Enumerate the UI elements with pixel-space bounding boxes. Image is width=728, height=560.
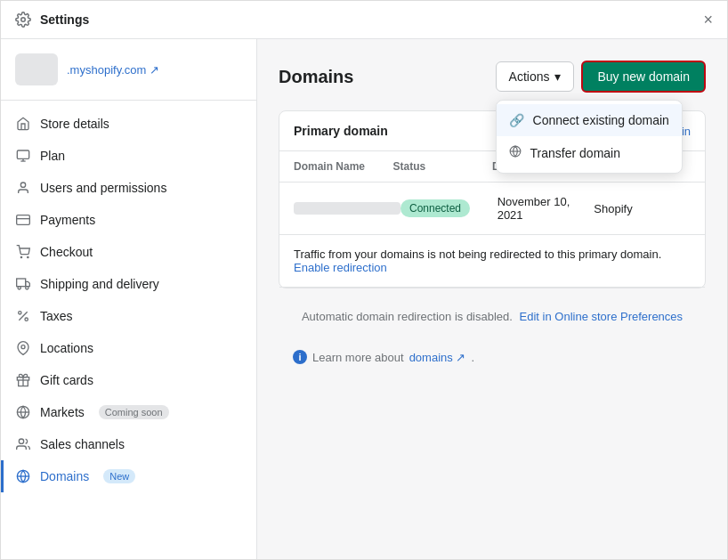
svg-point-8	[28, 256, 28, 257]
sidebar: .myshopify.com ↗ Store details Plan	[1, 39, 257, 559]
store-avatar	[15, 53, 58, 85]
titlebar: Settings ×	[1, 1, 727, 39]
transfer-domain-label: Transfer domain	[530, 146, 620, 160]
sidebar-item-users-permissions[interactable]: Users and permissions	[1, 172, 256, 204]
taxes-icon	[15, 308, 31, 324]
store-url[interactable]: .myshopify.com ↗	[67, 63, 159, 77]
auto-redirect-text: Automatic domain redirection is disabled…	[302, 310, 513, 323]
titlebar-title: Settings	[40, 12, 703, 27]
sidebar-item-markets-label: Markets	[40, 405, 85, 419]
transfer-domain-item[interactable]: Transfer domain	[497, 136, 682, 169]
svg-point-11	[18, 287, 20, 289]
redirect-notice-text: Traffic from your domains is not being r…	[294, 248, 661, 261]
svg-point-12	[26, 287, 28, 289]
learn-text: Learn more about	[312, 351, 404, 364]
svg-point-0	[21, 18, 26, 22]
sidebar-item-checkout-label: Checkout	[40, 245, 93, 259]
channels-icon	[15, 436, 31, 452]
auto-redirect-row: Automatic domain redirection is disabled…	[279, 303, 706, 330]
actions-button[interactable]: Actions ▾	[496, 61, 575, 92]
provider-cell: Shopify	[594, 202, 691, 215]
svg-point-15	[25, 318, 28, 321]
sidebar-item-sales-channels[interactable]: Sales channels	[1, 428, 256, 460]
users-icon	[15, 180, 31, 196]
sidebar-item-plan-label: Plan	[40, 149, 65, 163]
connect-domain-item[interactable]: 🔗 Connect existing domain	[497, 104, 682, 136]
learn-more-row: i Learn more about domains ↗ .	[279, 341, 706, 378]
sidebar-item-taxes-label: Taxes	[40, 309, 73, 323]
sidebar-item-shipping[interactable]: Shipping and delivery	[1, 268, 256, 300]
coming-soon-badge: Coming soon	[99, 405, 169, 419]
status-badge: Connected	[400, 199, 470, 217]
status-cell: Connected	[400, 199, 497, 217]
sidebar-item-users-label: Users and permissions	[40, 181, 166, 195]
sidebar-item-plan[interactable]: Plan	[1, 140, 256, 172]
svg-line-13	[19, 312, 27, 320]
svg-point-16	[21, 345, 25, 349]
main-content: Domains Actions ▾ 🔗 Connect existing dom…	[257, 39, 727, 559]
edit-online-store-link[interactable]: Edit in Online store Preferences	[520, 310, 684, 323]
buy-button-label: Buy new domain	[597, 69, 690, 84]
gift-icon	[15, 372, 31, 388]
plan-icon	[15, 148, 31, 164]
primary-domain-label: Primary domain	[294, 124, 388, 138]
store-info: .myshopify.com ↗	[1, 39, 256, 101]
sidebar-item-domains-label: Domains	[40, 469, 89, 483]
sidebar-item-shipping-label: Shipping and delivery	[40, 277, 159, 291]
date-cell: November 10, 2021	[497, 195, 595, 222]
payments-icon	[15, 212, 31, 228]
settings-icon	[15, 12, 31, 28]
globe2-icon	[15, 468, 31, 484]
location-icon	[15, 340, 31, 356]
new-badge: New	[103, 469, 135, 483]
domain-name-cell	[294, 202, 400, 215]
globe-icon	[15, 404, 31, 420]
sidebar-item-locations[interactable]: Locations	[1, 332, 256, 364]
header-actions: Actions ▾ 🔗 Connect existing domain	[496, 61, 706, 93]
col-header-status: Status	[393, 160, 493, 173]
sidebar-item-payments[interactable]: Payments	[1, 204, 256, 236]
domains-link-suffix: .	[471, 351, 474, 364]
svg-point-14	[19, 312, 21, 314]
domains-title: Domains	[279, 67, 353, 87]
domains-header: Domains Actions ▾ 🔗 Connect existing dom…	[279, 61, 706, 93]
connect-domain-label: Connect existing domain	[533, 113, 669, 127]
actions-label: Actions	[509, 69, 550, 84]
sidebar-item-store-details-label: Store details	[40, 117, 109, 131]
sidebar-item-locations-label: Locations	[40, 341, 93, 355]
table-row: Connected November 10, 2021 Shopify	[279, 183, 705, 235]
svg-rect-9	[17, 279, 26, 287]
actions-dropdown: 🔗 Connect existing domain Transfer domai…	[496, 100, 683, 174]
enable-redirection-link[interactable]: Enable redirection	[294, 261, 387, 274]
store-icon	[15, 116, 31, 132]
sidebar-item-payments-label: Payments	[40, 213, 95, 227]
chevron-down-icon: ▾	[554, 69, 561, 84]
sidebar-item-taxes[interactable]: Taxes	[1, 300, 256, 332]
redirect-notice: Traffic from your domains is not being r…	[279, 235, 705, 288]
svg-point-4	[20, 183, 25, 187]
sidebar-item-sales-channels-label: Sales channels	[40, 437, 125, 451]
sidebar-item-checkout[interactable]: Checkout	[1, 236, 256, 268]
sidebar-item-markets[interactable]: Markets Coming soon	[1, 396, 256, 428]
sidebar-item-store-details[interactable]: Store details	[1, 108, 256, 140]
buy-new-domain-button[interactable]: Buy new domain	[581, 61, 706, 93]
close-button[interactable]: ×	[703, 12, 713, 28]
transfer-globe-icon	[509, 145, 522, 160]
link-icon: 🔗	[509, 113, 524, 127]
sidebar-nav: Store details Plan Users and permissions	[1, 101, 256, 499]
svg-rect-5	[17, 215, 30, 225]
svg-marker-10	[26, 281, 30, 286]
checkout-icon	[15, 244, 31, 260]
col-header-domain: Domain Name	[294, 160, 393, 173]
domains-learn-link[interactable]: domains ↗	[409, 351, 466, 364]
svg-rect-1	[17, 150, 28, 158]
sidebar-item-domains[interactable]: Domains New ←	[1, 460, 256, 492]
svg-point-21	[19, 439, 23, 443]
sidebar-item-gift-cards-label: Gift cards	[40, 373, 93, 387]
svg-point-7	[20, 256, 21, 257]
shipping-icon	[15, 276, 31, 292]
info-icon: i	[293, 350, 307, 364]
sidebar-item-gift-cards[interactable]: Gift cards	[1, 364, 256, 396]
